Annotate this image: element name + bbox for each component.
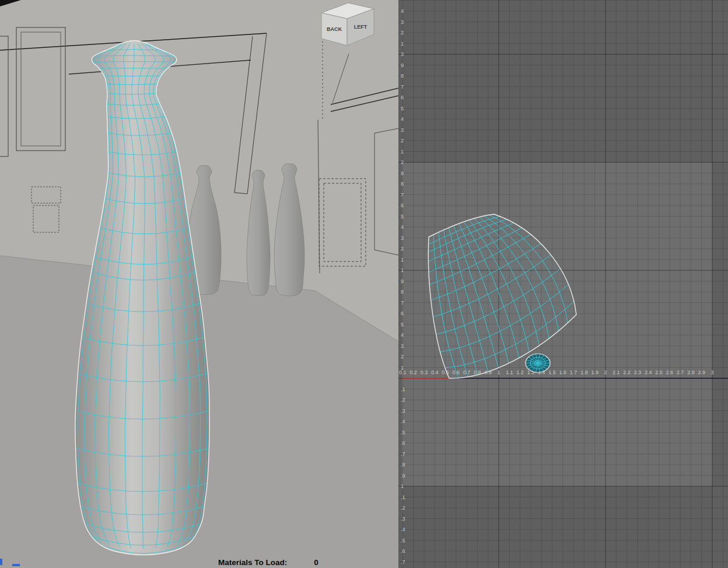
- v-axis-label: .5: [401, 538, 405, 543]
- v-axis-label: 8: [401, 181, 404, 187]
- v-axis-label: 5: [401, 106, 404, 111]
- v-axis-label: 3: [401, 51, 404, 57]
- v-axis-label: 1: [401, 365, 404, 371]
- bottle-model[interactable]: [274, 163, 304, 296]
- v-axis-label: 5: [401, 214, 404, 219]
- view-cube[interactable]: BACK LEFT: [317, 1, 377, 55]
- u-axis-label: 2.3: [634, 370, 642, 375]
- view-cube-left-label: LEFT: [354, 24, 368, 30]
- v-axis-label: .7: [401, 559, 405, 565]
- u-axis-label: 1.9: [591, 370, 598, 375]
- u-axis-label: 1.7: [570, 370, 578, 375]
- v-axis-label: .2: [401, 397, 405, 403]
- v-axis-label: .4: [401, 527, 405, 532]
- v-axis-label: 2: [401, 138, 404, 144]
- v-axis-label: .6: [401, 440, 405, 446]
- v-axis-label: .1: [401, 494, 405, 500]
- v-axis-label: 3: [401, 127, 404, 133]
- v-axis-label: 8: [401, 73, 404, 79]
- u-axis-label: 0.4: [431, 370, 439, 375]
- v-axis-label: 2: [401, 246, 404, 252]
- v-axis-label: 3: [401, 235, 404, 241]
- view-cube-back-label: BACK: [327, 26, 342, 32]
- v-axis-label: .6: [401, 548, 405, 554]
- uv-shell-cap[interactable]: [526, 354, 550, 372]
- v-axis-label: 2: [401, 30, 404, 36]
- u-axis-label: 3: [710, 370, 713, 375]
- v-axis-label: .3: [401, 408, 405, 414]
- hud-corner-mark: [0, 559, 2, 565]
- v-axis-label: 4: [401, 8, 404, 14]
- maya-split-view: BACK LEFT Materials To Load:0 0.10.20.30…: [0, 0, 728, 568]
- u-axis-label: 2.4: [645, 370, 652, 375]
- v-axis-label: 1: [401, 41, 404, 47]
- v-axis-label: 7: [401, 84, 404, 90]
- u-axis-label: 2.8: [687, 370, 695, 375]
- v-axis-label: 9: [401, 278, 404, 284]
- v-axis-label: 2: [401, 354, 404, 360]
- u-axis-label: 2: [604, 370, 607, 375]
- v-axis-label: 6: [401, 95, 404, 100]
- u-axis-label: 1.1: [506, 370, 513, 375]
- v-axis-label: 9: [401, 170, 404, 176]
- v-axis-label: .5: [401, 430, 405, 435]
- perspective-viewport[interactable]: BACK LEFT Materials To Load:0: [0, 0, 398, 568]
- background-bottles[interactable]: [187, 163, 304, 296]
- v-axis-label: 1: [401, 257, 404, 263]
- u-axis-label: 2.9: [698, 370, 705, 375]
- v-axis-label: 4: [401, 332, 404, 338]
- v-axis-label: 8: [401, 289, 404, 295]
- v-axis-label: 6: [401, 311, 404, 316]
- u-axis-label: 1.5: [548, 370, 556, 375]
- uv-editor-viewport[interactable]: 0.10.20.30.40.50.60.70.80.911.11.21.31.4…: [398, 0, 728, 568]
- bottle-model[interactable]: [247, 170, 270, 295]
- v-axis-label: 4: [401, 224, 404, 230]
- v-axis-label: 2: [401, 159, 404, 165]
- v-axis-label: .7: [401, 451, 405, 457]
- vase-model-selected[interactable]: [75, 40, 209, 555]
- u-axis-label: 2.5: [655, 370, 663, 375]
- v-axis-label: .1: [401, 386, 405, 392]
- u-axis-label: 2.7: [677, 370, 684, 375]
- u-axis-label: 2.6: [666, 370, 674, 375]
- u-axis-label: 0.2: [410, 370, 417, 375]
- u-axis-label: 2.1: [612, 370, 620, 375]
- v-axis-label: 9: [401, 62, 404, 68]
- v-axis-label: 5: [401, 322, 404, 327]
- u-axis-label: 1: [497, 370, 500, 375]
- u-axis-label: 2.2: [623, 370, 631, 375]
- v-axis-label: 3: [401, 343, 404, 349]
- v-axis-label: 6: [401, 203, 404, 208]
- hud-materials-value: 0: [314, 558, 318, 567]
- v-axis-label: 1: [401, 267, 404, 273]
- v-axis-label: 3: [401, 19, 404, 25]
- u-axis-label: 0.1: [399, 370, 407, 375]
- v-axis-label: .3: [401, 516, 405, 522]
- u-axis-label: 1.2: [516, 370, 524, 375]
- u-axis-label: 0.3: [421, 370, 428, 375]
- hud-materials-label: Materials To Load:: [218, 558, 287, 567]
- v-axis-label: .9: [401, 473, 405, 479]
- hud-corner-mark: [12, 564, 20, 566]
- u-axis-label: 1.6: [559, 370, 567, 375]
- v-axis-label: 1: [401, 149, 404, 155]
- u-axis-label: 1.8: [580, 370, 588, 375]
- v-axis-label: 7: [401, 300, 404, 306]
- v-axis-label: 4: [401, 116, 404, 122]
- v-axis-label: .8: [401, 462, 405, 468]
- hud-materials: Materials To Load:0: [218, 558, 318, 567]
- v-axis-label: .2: [401, 505, 405, 511]
- v-axis-label: .4: [401, 419, 405, 424]
- v-axis-label: 1: [401, 483, 404, 489]
- v-axis-label: 7: [401, 192, 404, 198]
